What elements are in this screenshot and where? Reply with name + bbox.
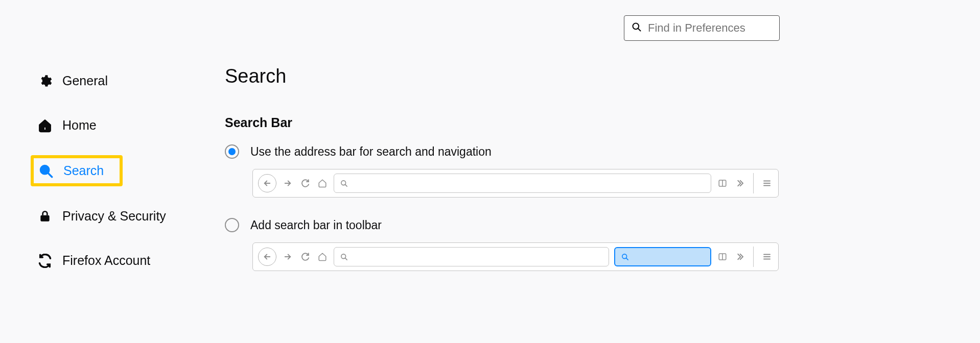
sidebar-item-label: Privacy & Security <box>62 209 166 224</box>
sidebar: General Home Search Privacy & Security <box>31 66 199 290</box>
search-bar <box>614 247 711 266</box>
radio-button[interactable] <box>225 144 239 159</box>
reload-icon <box>299 251 311 263</box>
gear-icon <box>38 74 52 88</box>
sidebar-item-label: General <box>62 74 108 88</box>
sidebar-item-home[interactable]: Home <box>31 111 199 140</box>
address-bar <box>334 174 711 193</box>
sync-icon <box>38 254 52 268</box>
page-title: Search <box>225 65 782 87</box>
radio-button[interactable] <box>225 218 239 232</box>
radio-label: Add search bar in toolbar <box>250 218 382 232</box>
sidebar-item-account[interactable]: Firefox Account <box>31 246 199 275</box>
searchbar-option-address[interactable]: Use the address bar for search and navig… <box>225 144 782 159</box>
menu-icon <box>761 251 773 263</box>
svg-rect-5 <box>40 215 49 221</box>
toolbar-illustration-separate <box>252 242 779 271</box>
search-icon <box>632 22 642 34</box>
sidebar-item-search[interactable]: Search <box>31 155 123 186</box>
reload-icon <box>299 177 311 189</box>
divider <box>753 247 754 267</box>
searchbar-option-separate[interactable]: Add search bar in toolbar <box>225 218 782 232</box>
home-icon <box>316 177 329 189</box>
svg-rect-2 <box>44 127 46 130</box>
radio-label: Use the address bar for search and navig… <box>250 145 492 159</box>
svg-line-18 <box>345 258 347 260</box>
back-icon <box>258 248 276 266</box>
search-icon <box>39 164 53 178</box>
sidebar-item-general[interactable]: General <box>31 66 199 95</box>
sidebar-item-label: Home <box>62 118 97 133</box>
menu-icon <box>761 177 773 189</box>
sidebar-item-privacy[interactable]: Privacy & Security <box>31 202 199 231</box>
overflow-icon <box>734 251 746 263</box>
svg-line-4 <box>48 173 52 177</box>
main-content: Search Search Bar Use the address bar fo… <box>225 65 782 291</box>
address-bar <box>334 247 609 266</box>
find-input[interactable] <box>648 21 772 35</box>
forward-icon <box>282 177 294 189</box>
find-in-preferences[interactable] <box>624 15 780 41</box>
overflow-icon <box>734 177 746 189</box>
home-icon <box>38 118 52 133</box>
forward-icon <box>282 251 294 263</box>
sidebar-item-label: Firefox Account <box>62 253 150 268</box>
svg-line-9 <box>345 184 347 186</box>
section-heading: Search Bar <box>225 115 782 130</box>
sidebar-item-label: Search <box>63 163 104 178</box>
svg-line-1 <box>638 29 641 31</box>
svg-line-20 <box>626 258 628 260</box>
back-icon <box>258 174 276 192</box>
toolbar-illustration-unified <box>252 169 779 198</box>
home-icon <box>316 251 329 263</box>
library-icon <box>716 251 729 263</box>
divider <box>753 173 754 193</box>
lock-icon <box>38 209 52 224</box>
library-icon <box>716 177 729 189</box>
